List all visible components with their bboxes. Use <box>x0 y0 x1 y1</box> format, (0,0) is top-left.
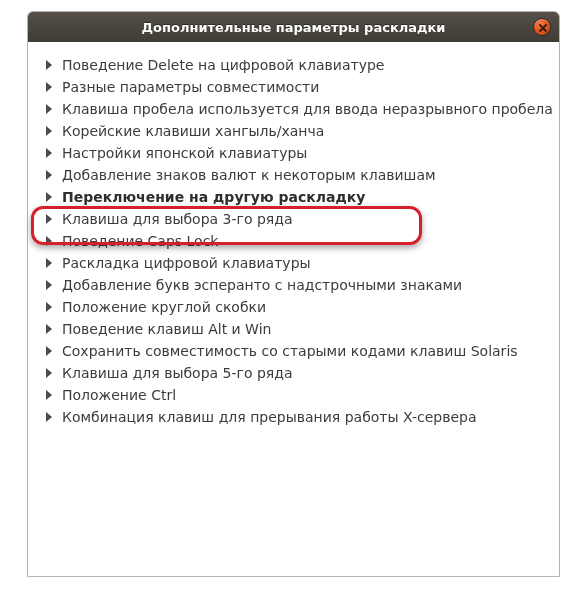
expand-icon <box>46 412 52 422</box>
expand-icon <box>46 324 52 334</box>
expand-icon <box>46 346 52 356</box>
expand-icon <box>46 148 52 158</box>
tree-item[interactable]: Комбинация клавиш для прерывания работы … <box>46 406 545 428</box>
tree-item[interactable]: Добавление знаков валют к некоторым клав… <box>46 164 545 186</box>
tree-item-label: Поведение клавиш Alt и Win <box>62 318 271 340</box>
tree-item-label: Сохранить совместимость со старыми кодам… <box>62 340 518 362</box>
tree-item-label: Клавиша пробела используется для ввода н… <box>62 98 553 120</box>
tree-item[interactable]: Клавиша для выбора 5-го ряда <box>46 362 545 384</box>
tree-item[interactable]: Клавиша для выбора 3-го ряда <box>46 208 545 230</box>
tree-item[interactable]: Разные параметры совместимости <box>46 76 545 98</box>
expand-icon <box>46 302 52 312</box>
tree-item[interactable]: Добавление букв эсперанто с надстрочными… <box>46 274 545 296</box>
tree-item[interactable]: Сохранить совместимость со старыми кодам… <box>46 340 545 362</box>
tree-item-label: Клавиша для выбора 5-го ряда <box>62 362 292 384</box>
tree-item[interactable]: Настройки японской клавиатуры <box>46 142 545 164</box>
close-button[interactable] <box>533 18 551 36</box>
tree-item[interactable]: Клавиша пробела используется для ввода н… <box>46 98 545 120</box>
expand-icon <box>46 82 52 92</box>
tree-item-label: Раскладка цифровой клавиатуры <box>62 252 311 274</box>
tree-item[interactable]: Положение круглой скобки <box>46 296 545 318</box>
screenshot-frame: Дополнительные параметры раскладки Повед… <box>0 0 564 593</box>
tree-item[interactable]: Корейские клавиши хангыль/ханча <box>46 120 545 142</box>
expand-icon <box>46 60 52 70</box>
expand-icon <box>46 258 52 268</box>
expand-icon <box>46 104 52 114</box>
tree-item[interactable]: Положение Ctrl <box>46 384 545 406</box>
expand-icon <box>46 126 52 136</box>
tree-item-label: Комбинация клавиш для прерывания работы … <box>62 406 476 428</box>
window-title: Дополнительные параметры раскладки <box>28 20 559 35</box>
tree-item-label: Клавиша для выбора 3-го ряда <box>62 208 292 230</box>
close-icon <box>538 23 546 31</box>
expand-icon <box>46 214 52 224</box>
expand-icon <box>46 280 52 290</box>
options-list: Поведение Delete на цифровой клавиатуре … <box>28 42 559 576</box>
expand-icon <box>46 390 52 400</box>
titlebar: Дополнительные параметры раскладки <box>28 12 559 42</box>
tree-item-label: Поведение Delete на цифровой клавиатуре <box>62 54 384 76</box>
tree-item[interactable]: Поведение клавиш Alt и Win <box>46 318 545 340</box>
expand-icon <box>46 368 52 378</box>
tree-item-label: Корейские клавиши хангыль/ханча <box>62 120 324 142</box>
tree-item-label: Добавление знаков валют к некоторым клав… <box>62 164 436 186</box>
tree-item-label: Положение круглой скобки <box>62 296 266 318</box>
tree-item[interactable]: Поведение Delete на цифровой клавиатуре <box>46 54 545 76</box>
tree-item-label: Настройки японской клавиатуры <box>62 142 307 164</box>
expand-icon <box>46 236 52 246</box>
tree-item-label: Положение Ctrl <box>62 384 176 406</box>
expand-icon <box>46 170 52 180</box>
tree-item-switch-layout[interactable]: Переключение на другую раскладку <box>46 186 545 208</box>
tree-item-label: Переключение на другую раскладку <box>62 186 365 208</box>
dialog-window: Дополнительные параметры раскладки Повед… <box>27 11 560 577</box>
tree-item-label: Поведение Caps Lock <box>62 230 218 252</box>
expand-icon <box>46 192 52 202</box>
tree-item[interactable]: Раскладка цифровой клавиатуры <box>46 252 545 274</box>
tree-item[interactable]: Поведение Caps Lock <box>46 230 545 252</box>
tree-item-label: Добавление букв эсперанто с надстрочными… <box>62 274 462 296</box>
tree-item-label: Разные параметры совместимости <box>62 76 319 98</box>
